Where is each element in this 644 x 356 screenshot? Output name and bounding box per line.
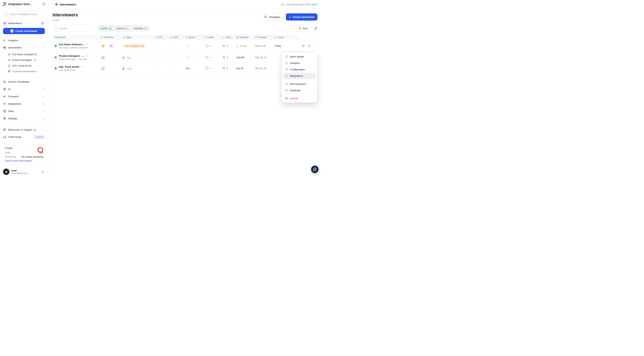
workflow-step-video[interactable] (101, 55, 106, 60)
app-logo-icon (2, 2, 7, 7)
sidebar-item-source-candidates[interactable]: Source Candidates (0, 78, 48, 85)
tab-archived[interactable]: Archived (0) (131, 25, 149, 32)
link-icon[interactable] (86, 55, 88, 57)
chevron-down-icon (42, 117, 45, 120)
workflow-step-video[interactable] (101, 66, 106, 71)
notification-dot (34, 129, 36, 130)
chat-widget-button[interactable] (311, 165, 318, 173)
sidebar-item-interviewer-cdl-truck-driver[interactable]: CDL Truck Driver (5, 63, 48, 68)
menu-item-configuration[interactable]: Configuration (283, 66, 316, 73)
tag-icon (206, 56, 208, 59)
link-icon[interactable] (86, 43, 89, 46)
table-row[interactable]: CDL Truck Driver CDL Truck Driver 6 · (52, 63, 318, 74)
sidebar-item-analytics[interactable]: Analytics (0, 37, 48, 44)
deadline-value: 14d left (236, 56, 244, 59)
workflow-step-document[interactable] (101, 44, 106, 48)
table-row[interactable]: Product Designer - ... Product Designer … (52, 52, 318, 63)
branch-icon (101, 36, 104, 39)
page-subtitle: 3 total (52, 19, 78, 22)
status-dot-active (55, 45, 57, 47)
stats-value: 1 · 0% (123, 56, 130, 59)
table-header: Interviewer Workflow Stats ATS CSAT $Spe… (52, 35, 318, 40)
tag-icon (204, 36, 206, 39)
sidebar-item-resources-support[interactable]: Resources & Support (0, 126, 48, 133)
sidebar-item-archived-interviewers[interactable]: Archived Interviewers (5, 68, 48, 74)
sidebar-item-outreach[interactable]: Outreach (0, 93, 48, 100)
interviewers-children: Full Stack Software E... Product Designe… (4, 52, 48, 74)
resources-label: Resources & Support (8, 128, 32, 131)
menu-item-duplicate[interactable]: Duplicate (283, 87, 316, 94)
add-label-button[interactable]: + (204, 65, 212, 72)
sidebar-item-csm-portal[interactable]: CSM Portal Internal (0, 133, 48, 140)
collapse-sidebar-icon[interactable] (42, 3, 46, 6)
add-label-button[interactable]: + (204, 54, 212, 61)
created-value: Dec 29, 25 (255, 56, 267, 59)
main-area: Interviewers Like the old view? Click he… (48, 0, 322, 178)
subs-value: 1 (226, 67, 228, 70)
templates-button[interactable]: Templates (261, 13, 284, 21)
menu-item-label: Duplicate (290, 89, 300, 92)
sidebar-create-interviewer-button[interactable]: + Create Interviewer (3, 28, 45, 34)
sidebar-item-integrations[interactable]: Integrations (0, 100, 48, 107)
chip-icon (55, 3, 58, 6)
interviewer-title[interactable]: Full Stack Software ... (59, 43, 85, 46)
tab-expired[interactable]: Expired (4) (114, 25, 131, 32)
chevron-down-icon (42, 95, 45, 98)
analytics-label: Analytics (8, 39, 18, 42)
col-workflow: Workflow (99, 35, 120, 40)
created-value: Oct 31, 25 (255, 67, 266, 70)
sidebar-item-interviewers[interactable]: Interviewers (0, 44, 48, 51)
workspace-switcher[interactable]: Integration Testi... (0, 0, 48, 9)
sidebar-search-input[interactable] (10, 13, 43, 16)
interviewer-title[interactable]: CDL Truck Driver (59, 65, 80, 68)
menu-item-integrations[interactable]: Integrations (283, 73, 316, 79)
user-name: User (11, 169, 40, 172)
sidebar-item-notifications[interactable]: Notifications 20 (0, 20, 48, 26)
logout-icon[interactable] (42, 170, 45, 173)
table-search[interactable] (52, 25, 94, 32)
sidebar-item-interviewer-fullstack[interactable]: Full Stack Software E... (5, 52, 48, 57)
table-search-input[interactable] (59, 27, 92, 30)
col-deadline: Deadline (234, 35, 253, 40)
interviewer-title[interactable]: Product Designer - ... (59, 55, 84, 57)
create-interviewer-button[interactable]: + Create Interviewer (286, 13, 318, 21)
section-label: AI (8, 88, 10, 91)
sort-button[interactable]: Sort (296, 25, 310, 32)
sidebar-item-interviewer-product-designer[interactable]: Product Designer - T... (5, 57, 48, 63)
duplicate-icon (285, 89, 288, 92)
deadline-value: Jun 30 (236, 67, 244, 70)
sidebar-item-data[interactable]: Data (0, 107, 48, 115)
menu-item-analytics[interactable]: Analytics (283, 60, 316, 66)
link-icon[interactable] (81, 66, 83, 68)
sidebar-item-settings[interactable]: Settings (0, 115, 48, 122)
copy-link-icon[interactable] (302, 44, 305, 48)
csm-portal-label: CSM Portal (8, 136, 21, 138)
sidebar-item-ai[interactable]: AI (0, 85, 48, 93)
workflow-step-video[interactable] (109, 44, 114, 48)
csat-value: - (170, 67, 170, 70)
page-title: Interviewers (52, 13, 78, 18)
tab-label: Active (101, 27, 107, 30)
add-label-button[interactable]: + (204, 43, 212, 49)
chevron-down-icon (42, 110, 45, 113)
menu-item-label: Edit Questions (290, 83, 306, 85)
row-menu-icon[interactable] (313, 44, 316, 48)
menu-item-label: Open details (290, 55, 304, 58)
table-row[interactable]: Full Stack Software ... Full Stack Softw… (52, 40, 318, 52)
menu-item-archive[interactable]: Archive (283, 95, 316, 102)
view-subscription-link[interactable]: View Current Subscription (5, 159, 32, 162)
history-icon (281, 3, 284, 6)
bar-chart-icon (285, 62, 288, 65)
subs-value: 1 (226, 45, 228, 47)
sidebar-search[interactable] (3, 11, 45, 17)
menu-item-open-details[interactable]: Open details (283, 53, 316, 60)
refresh-icon[interactable] (314, 27, 318, 30)
old-view-link[interactable]: Like the old view? Click here! (281, 3, 318, 6)
tab-active[interactable]: Active (3) (98, 26, 114, 31)
add-user-icon[interactable] (308, 44, 311, 48)
avatar[interactable]: N (3, 168, 10, 175)
credits-used-label: Used (5, 151, 10, 154)
section-label: Outreach (8, 95, 19, 98)
menu-item-label: Archive (290, 97, 298, 100)
menu-item-edit-questions[interactable]: Edit Questions (283, 81, 316, 87)
